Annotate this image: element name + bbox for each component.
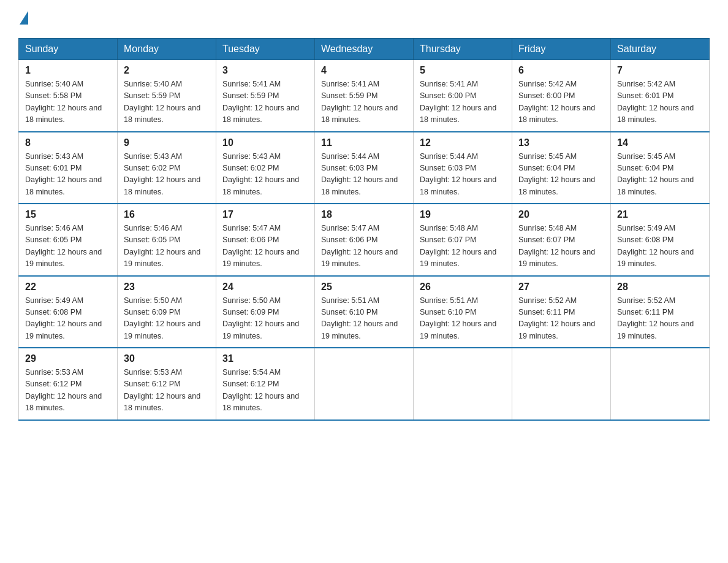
day-detail: Sunrise: 5:53 AMSunset: 6:12 PMDaylight:… [25, 367, 111, 415]
day-cell: 18 Sunrise: 5:47 AMSunset: 6:06 PMDaylig… [315, 204, 414, 276]
day-detail: Sunrise: 5:43 AMSunset: 6:01 PMDaylight:… [25, 151, 111, 199]
day-cell: 2 Sunrise: 5:40 AMSunset: 5:59 PMDayligh… [118, 60, 216, 132]
week-row-5: 29 Sunrise: 5:53 AMSunset: 6:12 PMDaylig… [19, 348, 710, 420]
day-cell: 20 Sunrise: 5:48 AMSunset: 6:07 PMDaylig… [512, 204, 611, 276]
day-detail: Sunrise: 5:51 AMSunset: 6:10 PMDaylight:… [321, 295, 407, 343]
day-number: 16 [124, 209, 210, 220]
day-cell: 28 Sunrise: 5:52 AMSunset: 6:11 PMDaylig… [611, 276, 710, 348]
day-detail: Sunrise: 5:45 AMSunset: 6:04 PMDaylight:… [617, 151, 703, 199]
day-number: 4 [321, 65, 407, 76]
day-detail: Sunrise: 5:48 AMSunset: 6:07 PMDaylight:… [420, 223, 506, 270]
day-number: 10 [222, 137, 308, 148]
day-number: 28 [617, 282, 703, 293]
day-detail: Sunrise: 5:43 AMSunset: 6:02 PMDaylight:… [124, 151, 210, 199]
day-cell: 10 Sunrise: 5:43 AMSunset: 6:02 PMDaylig… [216, 132, 315, 204]
day-number: 27 [518, 282, 604, 293]
day-detail: Sunrise: 5:52 AMSunset: 6:11 PMDaylight:… [518, 295, 604, 343]
day-cell: 30 Sunrise: 5:53 AMSunset: 6:12 PMDaylig… [118, 348, 216, 420]
day-cell: 8 Sunrise: 5:43 AMSunset: 6:01 PMDayligh… [19, 132, 118, 204]
day-number: 17 [222, 209, 308, 220]
day-cell: 14 Sunrise: 5:45 AMSunset: 6:04 PMDaylig… [611, 132, 710, 204]
day-number: 5 [420, 65, 506, 76]
day-number: 24 [222, 282, 308, 293]
day-number: 12 [420, 137, 506, 148]
day-number: 22 [25, 282, 111, 293]
day-detail: Sunrise: 5:43 AMSunset: 6:02 PMDaylight:… [222, 151, 308, 199]
day-number: 14 [617, 137, 703, 148]
day-detail: Sunrise: 5:44 AMSunset: 6:03 PMDaylight:… [420, 151, 506, 199]
day-detail: Sunrise: 5:46 AMSunset: 6:05 PMDaylight:… [124, 223, 210, 270]
day-number: 20 [518, 209, 604, 220]
day-cell: 31 Sunrise: 5:54 AMSunset: 6:12 PMDaylig… [216, 348, 315, 420]
day-cell: 16 Sunrise: 5:46 AMSunset: 6:05 PMDaylig… [118, 204, 216, 276]
day-number: 21 [617, 209, 703, 220]
day-number: 9 [124, 137, 210, 148]
day-detail: Sunrise: 5:46 AMSunset: 6:05 PMDaylight:… [25, 223, 111, 270]
day-cell: 13 Sunrise: 5:45 AMSunset: 6:04 PMDaylig… [512, 132, 611, 204]
day-cell [611, 348, 710, 420]
day-detail: Sunrise: 5:54 AMSunset: 6:12 PMDaylight:… [222, 367, 308, 415]
day-cell: 15 Sunrise: 5:46 AMSunset: 6:05 PMDaylig… [19, 204, 118, 276]
day-cell: 22 Sunrise: 5:49 AMSunset: 6:08 PMDaylig… [19, 276, 118, 348]
day-number: 1 [25, 65, 111, 76]
week-row-4: 22 Sunrise: 5:49 AMSunset: 6:08 PMDaylig… [19, 276, 710, 348]
day-detail: Sunrise: 5:41 AMSunset: 5:59 PMDaylight:… [222, 79, 308, 126]
day-detail: Sunrise: 5:44 AMSunset: 6:03 PMDaylight:… [321, 151, 407, 199]
day-detail: Sunrise: 5:47 AMSunset: 6:06 PMDaylight:… [222, 223, 308, 270]
day-cell: 26 Sunrise: 5:51 AMSunset: 6:10 PMDaylig… [414, 276, 512, 348]
col-header-saturday: Saturday [611, 39, 710, 60]
day-detail: Sunrise: 5:47 AMSunset: 6:06 PMDaylight:… [321, 223, 407, 270]
day-number: 30 [124, 353, 210, 364]
day-number: 26 [420, 282, 506, 293]
day-detail: Sunrise: 5:50 AMSunset: 6:09 PMDaylight:… [222, 295, 308, 343]
col-header-monday: Monday [118, 39, 216, 60]
day-cell: 1 Sunrise: 5:40 AMSunset: 5:58 PMDayligh… [19, 60, 118, 132]
col-header-friday: Friday [512, 39, 611, 60]
day-cell: 24 Sunrise: 5:50 AMSunset: 6:09 PMDaylig… [216, 276, 315, 348]
day-number: 2 [124, 65, 210, 76]
day-number: 7 [617, 65, 703, 76]
day-number: 3 [222, 65, 308, 76]
day-number: 15 [25, 209, 111, 220]
day-detail: Sunrise: 5:49 AMSunset: 6:08 PMDaylight:… [25, 295, 111, 343]
day-number: 19 [420, 209, 506, 220]
day-cell: 29 Sunrise: 5:53 AMSunset: 6:12 PMDaylig… [19, 348, 118, 420]
col-header-thursday: Thursday [414, 39, 512, 60]
col-header-wednesday: Wednesday [315, 39, 414, 60]
day-number: 13 [518, 137, 604, 148]
day-cell: 25 Sunrise: 5:51 AMSunset: 6:10 PMDaylig… [315, 276, 414, 348]
day-cell: 3 Sunrise: 5:41 AMSunset: 5:59 PMDayligh… [216, 60, 315, 132]
day-cell: 17 Sunrise: 5:47 AMSunset: 6:06 PMDaylig… [216, 204, 315, 276]
header-row: SundayMondayTuesdayWednesdayThursdayFrid… [19, 39, 710, 60]
day-cell: 11 Sunrise: 5:44 AMSunset: 6:03 PMDaylig… [315, 132, 414, 204]
col-header-sunday: Sunday [19, 39, 118, 60]
day-cell: 12 Sunrise: 5:44 AMSunset: 6:03 PMDaylig… [414, 132, 512, 204]
day-detail: Sunrise: 5:52 AMSunset: 6:11 PMDaylight:… [617, 295, 703, 343]
day-number: 29 [25, 353, 111, 364]
day-cell: 23 Sunrise: 5:50 AMSunset: 6:09 PMDaylig… [118, 276, 216, 348]
calendar-table: SundayMondayTuesdayWednesdayThursdayFrid… [18, 38, 710, 421]
page-header [18, 12, 710, 26]
week-row-2: 8 Sunrise: 5:43 AMSunset: 6:01 PMDayligh… [19, 132, 710, 204]
day-cell: 4 Sunrise: 5:41 AMSunset: 5:59 PMDayligh… [315, 60, 414, 132]
day-detail: Sunrise: 5:51 AMSunset: 6:10 PMDaylight:… [420, 295, 506, 343]
day-number: 25 [321, 282, 407, 293]
day-cell [414, 348, 512, 420]
day-detail: Sunrise: 5:50 AMSunset: 6:09 PMDaylight:… [124, 295, 210, 343]
week-row-3: 15 Sunrise: 5:46 AMSunset: 6:05 PMDaylig… [19, 204, 710, 276]
day-detail: Sunrise: 5:42 AMSunset: 6:00 PMDaylight:… [518, 79, 604, 126]
day-number: 11 [321, 137, 407, 148]
day-number: 6 [518, 65, 604, 76]
day-number: 31 [222, 353, 308, 364]
day-detail: Sunrise: 5:49 AMSunset: 6:08 PMDaylight:… [617, 223, 703, 270]
day-detail: Sunrise: 5:53 AMSunset: 6:12 PMDaylight:… [124, 367, 210, 415]
day-cell [512, 348, 611, 420]
week-row-1: 1 Sunrise: 5:40 AMSunset: 5:58 PMDayligh… [19, 60, 710, 132]
day-detail: Sunrise: 5:40 AMSunset: 5:59 PMDaylight:… [124, 79, 210, 126]
day-cell: 21 Sunrise: 5:49 AMSunset: 6:08 PMDaylig… [611, 204, 710, 276]
day-number: 18 [321, 209, 407, 220]
day-cell: 7 Sunrise: 5:42 AMSunset: 6:01 PMDayligh… [611, 60, 710, 132]
day-cell [315, 348, 414, 420]
day-number: 23 [124, 282, 210, 293]
day-cell: 5 Sunrise: 5:41 AMSunset: 6:00 PMDayligh… [414, 60, 512, 132]
